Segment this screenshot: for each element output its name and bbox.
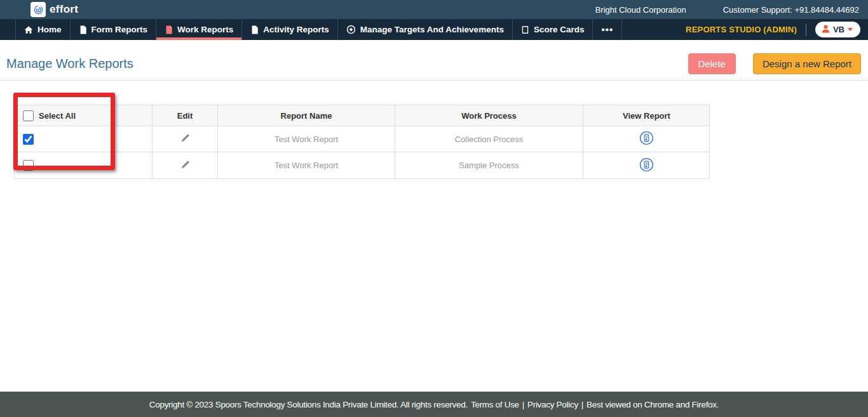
page-title: Manage Work Reports xyxy=(6,56,133,71)
row-select-cell xyxy=(15,152,153,178)
view-report-icon xyxy=(639,131,654,147)
main-navbar: Home Form Reports Work Reports Activity … xyxy=(0,19,868,40)
manage-work-reports-page: { "topbar": { "logo_text": "effort", "co… xyxy=(0,0,868,417)
work-process-cell: Sample Process xyxy=(395,152,583,178)
nav-item-score-cards[interactable]: Score Cards xyxy=(513,19,593,40)
file-icon xyxy=(250,25,259,34)
page-actions: Delete Design a new Report xyxy=(688,53,861,74)
user-icon xyxy=(821,24,831,36)
row-checkbox[interactable] xyxy=(23,160,34,171)
table-row: Test Work Report Sample Process xyxy=(15,152,709,178)
select-all-label: Select All xyxy=(39,111,76,121)
card-icon xyxy=(521,25,529,34)
customer-support-text: Customer Support: +91.84484.44692 xyxy=(723,5,859,15)
user-initials: VB xyxy=(833,25,844,34)
header-report-name: Report Name xyxy=(218,105,395,126)
select-all-cell: Select All xyxy=(15,105,153,126)
select-all-checkbox[interactable] xyxy=(23,110,34,121)
nav-divider xyxy=(806,23,806,36)
report-name-cell: Test Work Report xyxy=(218,126,395,152)
target-icon xyxy=(346,25,356,34)
nav-label: Score Cards xyxy=(534,25,585,34)
row-select-cell xyxy=(15,126,153,152)
home-icon xyxy=(24,25,33,34)
effort-logo[interactable]: effort xyxy=(31,2,78,17)
company-name: Bright Cloud Corporation xyxy=(595,5,686,15)
page-divider xyxy=(0,80,868,81)
view-report-cell xyxy=(583,126,710,152)
reports-studio-label: REPORTS STUDIO (ADMIN) xyxy=(686,25,797,34)
nav-label: Work Reports xyxy=(177,25,233,34)
effort-logo-icon xyxy=(31,2,46,17)
view-report-cell xyxy=(583,152,710,178)
footer: Copyright © 2023 Spoors Technology Solut… xyxy=(0,392,868,417)
view-report-button[interactable] xyxy=(638,129,655,149)
navbar-right: REPORTS STUDIO (ADMIN) VB xyxy=(686,19,868,40)
nav-item-manage-targets[interactable]: Manage Targets And Achievements xyxy=(338,19,513,40)
nav-item-home[interactable]: Home xyxy=(15,19,71,40)
file-icon-active xyxy=(165,25,173,34)
file-icon xyxy=(79,25,87,34)
user-menu-button[interactable]: VB xyxy=(815,22,860,37)
nav-label: Form Reports xyxy=(92,25,148,34)
nav-item-activity-reports[interactable]: Activity Reports xyxy=(242,19,338,40)
ellipsis-icon: ••• xyxy=(601,24,613,35)
chevron-down-icon xyxy=(848,28,853,31)
delete-button[interactable]: Delete xyxy=(688,53,736,74)
best-viewed-text: Best viewed on Chrome and Firefox. xyxy=(587,400,719,409)
report-name-cell: Test Work Report xyxy=(218,152,395,178)
edit-button[interactable] xyxy=(178,157,193,174)
row-edit-cell xyxy=(153,126,218,152)
table-row: Test Work Report Collection Process xyxy=(15,126,709,152)
work-reports-table: Select All Edit Report Name Work Process… xyxy=(14,105,710,179)
page-header: Manage Work Reports Delete Design a new … xyxy=(0,48,868,79)
work-process-cell: Collection Process xyxy=(395,126,583,152)
footer-separator: | xyxy=(522,400,524,409)
header-edit: Edit xyxy=(153,105,218,126)
table-header-row: Select All Edit Report Name Work Process… xyxy=(15,105,709,126)
privacy-policy-link[interactable]: Privacy Policy xyxy=(527,400,578,409)
pencil-icon xyxy=(179,132,191,146)
terms-of-use-link[interactable]: Terms of Use xyxy=(471,400,519,409)
pencil-icon xyxy=(179,159,191,173)
row-checkbox[interactable] xyxy=(23,134,34,145)
nav-item-work-reports[interactable]: Work Reports xyxy=(156,19,242,40)
copyright-text: Copyright © 2023 Spoors Technology Solut… xyxy=(149,400,468,409)
nav-label: Home xyxy=(37,25,62,34)
topbar: effort Bright Cloud Corporation Customer… xyxy=(0,0,868,19)
nav-item-more[interactable]: ••• xyxy=(593,19,622,40)
header-view-report: View Report xyxy=(583,105,710,126)
row-edit-cell xyxy=(153,152,218,178)
design-new-report-button[interactable]: Design a new Report xyxy=(753,53,861,74)
nav-item-form-reports[interactable]: Form Reports xyxy=(71,19,157,40)
nav-label: Activity Reports xyxy=(263,25,329,34)
view-report-icon xyxy=(639,157,654,174)
footer-separator: | xyxy=(581,400,583,409)
edit-button[interactable] xyxy=(178,131,193,147)
view-report-button[interactable] xyxy=(638,156,655,175)
logo-text: effort xyxy=(50,3,78,16)
header-work-process: Work Process xyxy=(395,105,583,126)
nav-label: Manage Targets And Achievements xyxy=(360,25,504,34)
